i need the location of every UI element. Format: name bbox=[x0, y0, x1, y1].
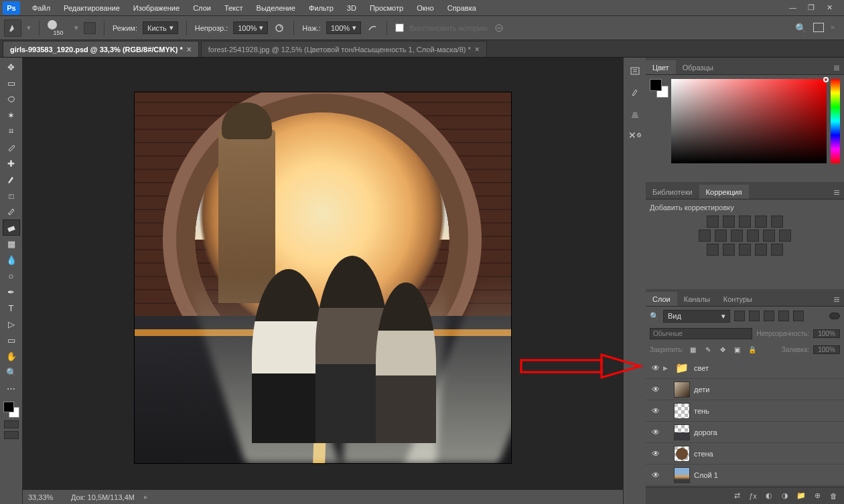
adj-photo-filter-icon[interactable] bbox=[747, 230, 759, 242]
layer-row[interactable]: 👁 ▶ 📁 свет bbox=[646, 357, 844, 379]
filter-adjust-icon[interactable] bbox=[749, 311, 760, 321]
adj-bw-icon[interactable] bbox=[731, 230, 743, 242]
fg-color[interactable] bbox=[3, 402, 14, 412]
pressure-size-icon[interactable] bbox=[493, 22, 505, 34]
adj-vibrance-icon[interactable] bbox=[771, 216, 783, 228]
doc-size[interactable]: Док: 10,5M/113,4M bbox=[71, 493, 135, 501]
dodge-tool-icon[interactable]: ○ bbox=[3, 268, 19, 283]
layer-name[interactable]: Слой 1 bbox=[694, 471, 718, 479]
lock-all-icon[interactable]: 🔒 bbox=[747, 345, 758, 354]
adj-threshold-icon[interactable] bbox=[739, 244, 751, 256]
brush-panel-toggle-icon[interactable] bbox=[84, 22, 96, 34]
lock-paint-icon[interactable]: ✎ bbox=[703, 345, 713, 354]
pen-tool-icon[interactable]: ✒ bbox=[3, 284, 19, 299]
lock-artboard-icon[interactable]: ▣ bbox=[732, 345, 743, 354]
hand-tool-icon[interactable]: ✋ bbox=[3, 349, 19, 363]
history-brush-tool-icon[interactable] bbox=[3, 204, 19, 219]
heal-tool-icon[interactable]: ✚ bbox=[3, 156, 19, 171]
fx-icon[interactable]: ƒx bbox=[748, 491, 758, 501]
adj-hue-icon[interactable] bbox=[699, 230, 711, 242]
adj-gradient-map-icon[interactable] bbox=[755, 244, 767, 256]
color-swatches[interactable] bbox=[3, 402, 19, 418]
adj-posterize-icon[interactable] bbox=[723, 244, 735, 256]
layer-row[interactable]: 👁 дети bbox=[646, 379, 844, 400]
mask-icon[interactable]: ◐ bbox=[764, 491, 774, 501]
blur-tool-icon[interactable]: 💧 bbox=[3, 252, 19, 267]
menu-select[interactable]: Выделение bbox=[250, 0, 302, 16]
tab-layers[interactable]: Слои bbox=[646, 292, 677, 306]
screen-mode-icon[interactable] bbox=[4, 431, 19, 439]
panel-menu-icon[interactable]: ≡ bbox=[829, 62, 844, 74]
adj-channel-mixer-icon[interactable] bbox=[763, 230, 775, 242]
wand-tool-icon[interactable]: ✶ bbox=[3, 108, 19, 122]
zoom-tool-icon[interactable]: 🔍 bbox=[3, 365, 19, 380]
maximize-icon[interactable]: ❐ bbox=[808, 3, 817, 13]
layer-kind-dropdown[interactable]: Вид▾ bbox=[663, 310, 730, 323]
hue-slider[interactable] bbox=[831, 79, 840, 163]
properties-panel-icon[interactable]: ✕⚙ bbox=[628, 129, 642, 142]
menu-image[interactable]: Изображение bbox=[127, 0, 186, 16]
search-icon[interactable]: 🔍 bbox=[795, 23, 806, 33]
flow-field[interactable]: 100%▾ bbox=[326, 21, 361, 34]
visibility-icon[interactable]: 👁 bbox=[648, 471, 663, 480]
layer-thumbnail[interactable] bbox=[674, 446, 690, 462]
delete-layer-icon[interactable]: 🗑 bbox=[828, 491, 839, 501]
blend-mode-dropdown[interactable]: Обычные bbox=[650, 328, 752, 339]
brush-preview[interactable]: 150 bbox=[48, 20, 69, 36]
current-tool-icon[interactable] bbox=[4, 19, 21, 37]
brushes-panel-icon[interactable] bbox=[628, 86, 642, 99]
filter-text-icon[interactable] bbox=[764, 311, 774, 321]
lock-transparency-icon[interactable]: ▦ bbox=[688, 345, 699, 354]
more-tools-icon[interactable]: ⋯ bbox=[3, 381, 19, 396]
layer-name[interactable]: свет bbox=[694, 364, 709, 372]
layer-name[interactable]: дорога bbox=[694, 428, 717, 436]
filter-toggle[interactable] bbox=[829, 313, 840, 319]
layer-fill-field[interactable]: 100% bbox=[813, 345, 840, 354]
menu-help[interactable]: Справка bbox=[441, 0, 483, 16]
adj-exposure-icon[interactable] bbox=[755, 216, 767, 228]
layer-opacity-field[interactable]: 100% bbox=[813, 329, 840, 338]
adj-lut-icon[interactable] bbox=[779, 230, 791, 242]
canvas[interactable] bbox=[135, 92, 511, 463]
airbrush-icon[interactable] bbox=[366, 22, 378, 34]
layer-row[interactable]: 👁 Слой 1 bbox=[646, 465, 844, 486]
menu-layers[interactable]: Слои bbox=[186, 0, 218, 16]
adj-brightness-icon[interactable] bbox=[707, 216, 719, 228]
doc-tab-inactive[interactable]: forest-2541928.jpg @ 12,5% (Цветовой тон… bbox=[201, 41, 487, 57]
history-checkbox[interactable] bbox=[395, 23, 404, 32]
pressure-opacity-icon[interactable] bbox=[273, 22, 285, 34]
panel-menu-icon[interactable]: ≡ bbox=[829, 187, 844, 199]
tab-close-icon[interactable]: × bbox=[475, 45, 480, 54]
layer-name[interactable]: тень bbox=[694, 407, 709, 415]
tab-channels[interactable]: Каналы bbox=[677, 292, 717, 306]
eraser-tool-icon[interactable] bbox=[3, 220, 19, 235]
brush-tool-icon[interactable] bbox=[3, 172, 19, 187]
color-fgbg[interactable] bbox=[650, 79, 667, 178]
adjustment-icon[interactable]: ◑ bbox=[780, 491, 790, 501]
link-layers-icon[interactable]: ⇄ bbox=[731, 491, 742, 501]
menu-filter[interactable]: Фильтр bbox=[302, 0, 340, 16]
tab-close-icon[interactable]: × bbox=[187, 45, 192, 54]
adj-color-balance-icon[interactable] bbox=[715, 230, 727, 242]
new-group-icon[interactable]: 📁 bbox=[796, 491, 806, 501]
filter-pixel-icon[interactable] bbox=[734, 311, 745, 321]
visibility-icon[interactable]: 👁 bbox=[648, 363, 663, 373]
expand-icon[interactable]: ▶ bbox=[663, 365, 670, 371]
visibility-icon[interactable]: 👁 bbox=[648, 406, 663, 416]
layer-row[interactable]: 👁 дорога bbox=[646, 422, 844, 443]
move-tool-icon[interactable]: ✥ bbox=[3, 60, 19, 74]
doc-tab-active[interactable]: girls-993583_1920.psd @ 33,3% (RGB/8#/CM… bbox=[3, 41, 199, 57]
opacity-field[interactable]: 100%▾ bbox=[233, 21, 268, 34]
color-picker-area[interactable] bbox=[671, 79, 827, 163]
menu-view[interactable]: Просмотр bbox=[363, 0, 410, 16]
tab-libraries[interactable]: Библиотеки bbox=[646, 185, 699, 199]
tab-paths[interactable]: Контуры bbox=[717, 292, 759, 306]
workspace-switcher-icon[interactable] bbox=[813, 23, 824, 32]
visibility-icon[interactable]: 👁 bbox=[648, 385, 663, 394]
mode-dropdown[interactable]: Кисть▾ bbox=[143, 21, 178, 34]
layer-thumbnail[interactable] bbox=[674, 467, 690, 483]
adj-invert-icon[interactable] bbox=[707, 244, 719, 256]
menu-text[interactable]: Текст bbox=[218, 0, 250, 16]
lock-position-icon[interactable]: ✥ bbox=[717, 345, 728, 354]
adj-levels-icon[interactable] bbox=[723, 216, 735, 228]
